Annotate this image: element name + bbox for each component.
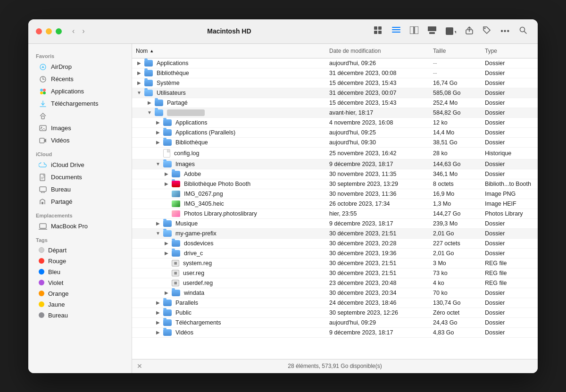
file-modified: 31 décembre 2023, 00:08 — [325, 68, 429, 78]
table-row[interactable]: ▶ IMG_0267.png 30 novembre 2023, 11:36 1… — [132, 189, 538, 199]
share-button[interactable] — [462, 24, 476, 38]
table-row[interactable]: ▶ Musique 9 décembre 2023, 18:17 239,3 M… — [132, 219, 538, 229]
sidebar-section-icloud: iCloud — [28, 147, 132, 159]
col-header-type[interactable]: Type — [481, 46, 538, 56]
table-row[interactable]: ▶ config.log 25 novembre 2023, 16:42 28 … — [132, 148, 538, 159]
table-row[interactable]: ▶ Téléchargements aujourd'hui, 09:29 24,… — [132, 318, 538, 328]
table-row[interactable]: ▶ ▦ system.reg 30 décembre 2023, 21:51 3… — [132, 259, 538, 268]
file-modified: aujourd'hui, 09:25 — [325, 128, 429, 137]
sidebar-item-images[interactable]: Images — [31, 122, 129, 134]
table-row[interactable]: ▼ Images 9 décembre 2023, 18:17 144,63 G… — [132, 159, 538, 169]
folder-icon — [163, 319, 172, 326]
sidebar-item-bureau[interactable]: Bureau — [31, 183, 129, 196]
sidebar-item-macbook-pro[interactable]: MacBook Pro — [31, 220, 129, 233]
file-size: 70 ko — [429, 288, 481, 298]
col-header-size[interactable]: Taille — [429, 46, 481, 56]
table-row[interactable]: ▶ Vidéos 9 décembre 2023, 18:17 4,83 Go … — [132, 328, 538, 338]
table-row[interactable]: ▼ username avant-hier, 18:17 584,82 Go D… — [132, 108, 538, 118]
sidebar-item-tag-violet[interactable]: Violet — [31, 277, 129, 288]
sidebar-item-tag-rouge[interactable]: Rouge — [31, 256, 129, 267]
sidebar-item-tag-bureau-tag[interactable]: Bureau — [31, 310, 129, 321]
table-row[interactable]: ▶ Applications 4 novembre 2023, 16:08 12… — [132, 118, 538, 128]
table-row[interactable]: ▶ Applications (Parallels) aujourd'hui, … — [132, 128, 538, 138]
table-row[interactable]: ▶ Bibliothèque Photo Booth 30 septembre … — [132, 179, 538, 189]
file-modified: 4 novembre 2023, 16:08 — [325, 118, 429, 127]
sidebar-item-applications[interactable]: Applications — [31, 85, 129, 98]
table-row[interactable]: ▶ ▦ userdef.reg 23 décembre 2023, 20:48 … — [132, 278, 538, 288]
file-size: 1,3 Mo — [429, 199, 481, 209]
file-type: REG file — [481, 268, 538, 278]
table-row[interactable]: ▶ Applications aujourd'hui, 09:26 -- Dos… — [132, 58, 538, 68]
sidebar-item-airdrop[interactable]: AirDrop — [31, 61, 129, 73]
table-row[interactable]: ▶ Système 15 décembre 2023, 15:43 16,74 … — [132, 78, 538, 88]
file-name-cell: ▶ Applications — [132, 118, 325, 127]
minimize-button[interactable] — [46, 28, 52, 34]
table-row[interactable]: ▼ Utilisateurs 31 décembre 2023, 00:07 5… — [132, 88, 538, 98]
table-row[interactable]: ▶ Bibliothèque 31 décembre 2023, 00:08 -… — [132, 68, 538, 78]
svg-rect-2 — [374, 31, 377, 34]
back-button[interactable]: ‹ — [69, 25, 77, 37]
col-header-modified[interactable]: Date de modification — [325, 46, 429, 56]
table-row[interactable]: ▶ IMG_3405.heic 26 octobre 2023, 17:34 1… — [132, 199, 538, 209]
maximize-button[interactable] — [56, 28, 62, 34]
file-type: Dossier — [481, 98, 538, 108]
folder-icon — [163, 329, 172, 336]
file-icon — [163, 149, 170, 158]
sidebar-item-tag-orange[interactable]: Orange — [31, 288, 129, 299]
sidebar-item-recents[interactable]: Récents — [31, 73, 129, 85]
table-row[interactable]: ▶ Parallels 24 décembre 2023, 18:46 130,… — [132, 298, 538, 308]
col-header-name[interactable]: Nom ▲ — [132, 46, 325, 56]
view-list-button[interactable] — [389, 25, 404, 38]
sidebar-item-downloads[interactable]: Téléchargements — [31, 98, 129, 110]
sidebar-item-videos[interactable]: Vidéos — [31, 134, 129, 147]
file-type: Dossier — [481, 308, 538, 317]
file-size: 16,9 Mo — [429, 189, 481, 199]
file-size: 144,63 Go — [429, 159, 481, 169]
file-png-icon — [172, 191, 180, 197]
file-reg-icon: ▦ — [172, 270, 179, 276]
close-button[interactable] — [36, 28, 42, 34]
svg-rect-1 — [378, 26, 382, 30]
view-more-button[interactable]: ▼ — [442, 25, 459, 37]
table-row[interactable]: ▶ windata 30 décembre 2023, 20:34 70 ko … — [132, 288, 538, 298]
table-row[interactable]: ▶ Adobe 30 novembre 2023, 11:35 346,1 Mo… — [132, 169, 538, 179]
file-name-cell: ▶ Applications (Parallels) — [132, 128, 325, 137]
view-gallery-button[interactable] — [424, 25, 440, 38]
sidebar-item-tag-depart[interactable]: Départ — [31, 245, 129, 256]
file-modified: 23 décembre 2023, 20:48 — [325, 278, 429, 288]
view-icons-button[interactable] — [371, 25, 386, 38]
sidebar-item-tag-jaune[interactable]: Jaune — [31, 299, 129, 310]
folder-icon — [172, 290, 180, 296]
tag-button[interactable] — [479, 24, 494, 38]
table-row[interactable]: ▶ Bibliothèque aujourd'hui, 09:30 38,51 … — [132, 138, 538, 148]
more-button[interactable]: ••• — [497, 25, 513, 37]
sidebar-item-tag-bleu[interactable]: Bleu — [31, 267, 129, 277]
table-row[interactable]: ▶ ▦ user.reg 30 décembre 2023, 21:51 73 … — [132, 268, 538, 278]
sidebar-item-home[interactable] — [31, 110, 129, 122]
table-row[interactable]: ▶ Partagé 15 décembre 2023, 15:43 252,4 … — [132, 98, 538, 108]
search-button[interactable] — [516, 25, 530, 38]
file-name-cell: ▶ ▦ userdef.reg — [132, 278, 325, 288]
file-name-cell: ▶ IMG_3405.heic — [132, 199, 325, 209]
forward-button[interactable]: › — [79, 25, 87, 37]
table-row[interactable]: ▶ drive_c 30 décembre 2023, 19:36 2,01 G… — [132, 249, 538, 259]
svg-rect-4 — [392, 27, 400, 28]
file-type: Historique — [481, 149, 538, 158]
svg-rect-29 — [40, 138, 44, 143]
file-modified: 26 octobre 2023, 17:34 — [325, 199, 429, 209]
status-close-button[interactable]: ✕ — [137, 362, 142, 370]
table-row[interactable]: ▼ my-game-prefix 30 décembre 2023, 21:51… — [132, 229, 538, 239]
file-name-cell: ▶ Applications — [132, 58, 325, 68]
table-row[interactable]: ▶ Public 30 septembre 2023, 12:26 Zéro o… — [132, 308, 538, 318]
file-size: -- — [429, 58, 481, 68]
sidebar-item-partage[interactable]: Partagé — [31, 196, 129, 208]
file-name-cell: ▼ username — [132, 108, 325, 117]
file-modified: 30 décembre 2023, 21:51 — [325, 268, 429, 278]
table-row[interactable]: ▶ Photos Library.photoslibrary hier, 23:… — [132, 209, 538, 219]
sidebar-item-documents[interactable]: Documents — [31, 171, 129, 183]
view-columns-button[interactable] — [407, 25, 422, 38]
sidebar-item-icloud-drive[interactable]: iCloud Drive — [31, 159, 129, 171]
folder-icon — [163, 300, 172, 306]
table-row[interactable]: ▶ dosdevices 30 décembre 2023, 20:28 227… — [132, 239, 538, 249]
file-type: Photos Library — [481, 209, 538, 218]
